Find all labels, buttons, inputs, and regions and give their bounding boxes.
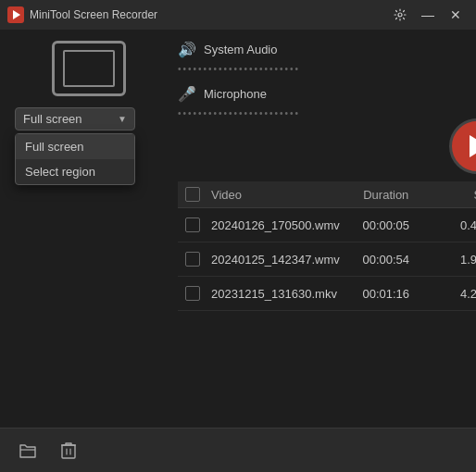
header-size: Size xyxy=(432,188,476,202)
main-content: Full screen ▼ Full screen Select region … xyxy=(0,30,476,428)
recordings-table: Video Duration Size 20240126_170500.wmv … xyxy=(178,181,476,416)
row-filename-3[interactable]: 20231215_131630.mkv xyxy=(211,287,340,301)
bottom-bar xyxy=(0,428,476,472)
table-row: 20231215_131630.mkv 00:01:16 4.27 M xyxy=(178,277,476,311)
capture-mode-dropdown-container: Full screen ▼ Full screen Select region xyxy=(15,107,163,130)
delete-button[interactable] xyxy=(56,438,81,464)
chevron-down-icon: ▼ xyxy=(118,114,127,124)
row-size-2: 1.97 M xyxy=(432,253,476,267)
close-button[interactable]: ✕ xyxy=(443,4,469,26)
row-check-col xyxy=(185,252,211,267)
minimize-button[interactable]: — xyxy=(415,4,441,26)
dropdown-item-fullscreen[interactable]: Full screen xyxy=(16,134,134,159)
window-controls: — ✕ xyxy=(387,4,469,26)
title-bar: MiniTool Screen Recorder — ✕ xyxy=(0,0,476,30)
microphone-row: 🎤 Microphone •••••••••••••••••••••••• xyxy=(178,85,476,120)
system-audio-row: 🔊 System Audio •••••••••••••••••••••••• xyxy=(178,41,476,76)
row-filename-2[interactable]: 20240125_142347.wmv xyxy=(211,253,340,267)
header-video: Video xyxy=(211,188,340,202)
row-duration-3: 00:01:16 xyxy=(340,287,432,301)
row-checkbox-2[interactable] xyxy=(185,252,200,267)
table-row: 20240125_142347.wmv 00:00:54 1.97 M xyxy=(178,242,476,277)
system-audio-label-row: 🔊 System Audio xyxy=(178,41,476,58)
system-audio-level: •••••••••••••••••••••••• xyxy=(178,62,476,76)
left-panel: Full screen ▼ Full screen Select region xyxy=(15,41,163,416)
app-title: MiniTool Screen Recorder xyxy=(30,8,387,21)
screen-inner-frame xyxy=(63,50,115,87)
play-icon xyxy=(470,135,476,157)
svg-point-2 xyxy=(398,13,402,17)
capture-mode-label: Full screen xyxy=(23,112,118,126)
capture-mode-button[interactable]: Full screen ▼ xyxy=(15,107,135,130)
dropdown-item-select-region[interactable]: Select region xyxy=(16,159,134,184)
system-audio-icon: 🔊 xyxy=(178,41,196,58)
capture-mode-menu: Full screen Select region xyxy=(15,133,135,185)
row-duration-2: 00:00:54 xyxy=(340,253,432,267)
row-size-3: 4.27 M xyxy=(432,287,476,301)
microphone-icon: 🎤 xyxy=(178,85,196,103)
svg-rect-3 xyxy=(62,445,75,458)
app-logo xyxy=(7,6,24,23)
header-duration: Duration xyxy=(340,188,432,202)
header-check-col xyxy=(185,187,211,202)
row-check-col xyxy=(185,286,211,301)
system-audio-label: System Audio xyxy=(204,43,278,56)
row-checkbox-3[interactable] xyxy=(185,286,200,301)
record-button[interactable] xyxy=(449,118,476,174)
open-folder-button[interactable] xyxy=(15,438,41,464)
select-all-checkbox[interactable] xyxy=(185,187,200,202)
right-panel: 🔊 System Audio •••••••••••••••••••••••• … xyxy=(163,41,476,416)
settings-button[interactable] xyxy=(387,4,413,26)
row-check-col xyxy=(185,217,211,232)
microphone-label: Microphone xyxy=(204,87,267,101)
table-header: Video Duration Size xyxy=(178,181,476,208)
row-duration-1: 00:00:05 xyxy=(340,218,432,232)
row-checkbox-1[interactable] xyxy=(185,217,200,232)
screen-preview-icon xyxy=(52,41,126,96)
row-size-1: 0.41 M xyxy=(432,218,476,232)
audio-section: 🔊 System Audio •••••••••••••••••••••••• … xyxy=(178,41,476,120)
microphone-level: •••••••••••••••••••••••• xyxy=(178,106,476,120)
table-row: 20240126_170500.wmv 00:00:05 0.41 M xyxy=(178,208,476,242)
microphone-label-row: 🎤 Microphone xyxy=(178,85,476,103)
row-filename-1[interactable]: 20240126_170500.wmv xyxy=(211,218,340,232)
